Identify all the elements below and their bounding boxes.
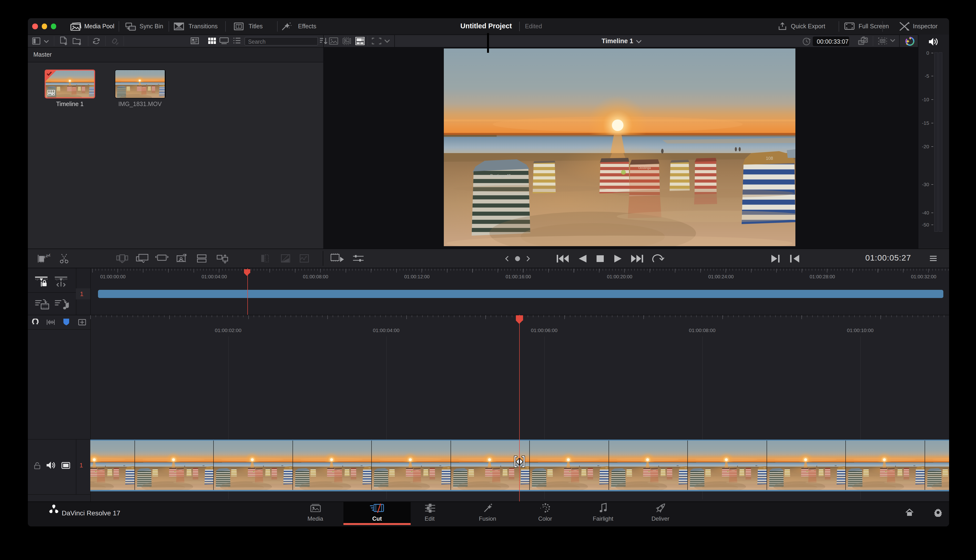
svg-text:z: z (46, 253, 48, 258)
svg-text:T: T (237, 24, 240, 28)
svg-text:z: z (43, 255, 45, 258)
svg-text:Z: Z (48, 253, 50, 257)
